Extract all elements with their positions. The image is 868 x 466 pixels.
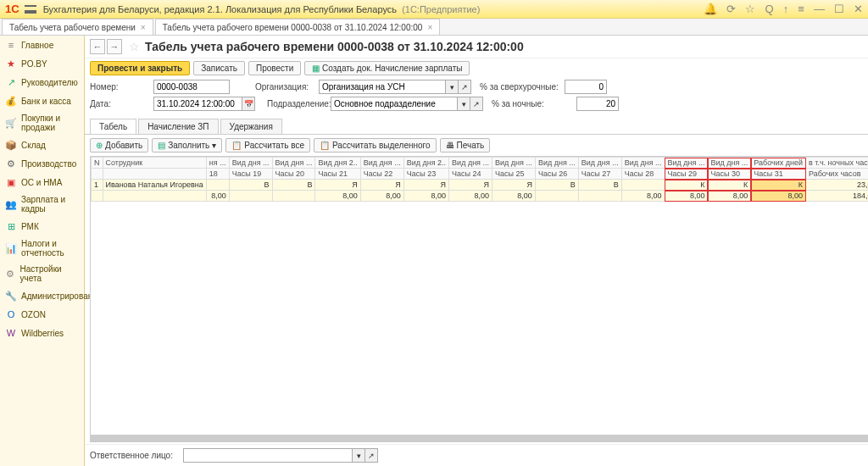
close-icon[interactable]: × <box>427 23 432 32</box>
column-header[interactable]: N <box>92 158 103 169</box>
table-cell[interactable]: Я <box>360 180 403 191</box>
table-cell[interactable]: Я <box>449 180 492 191</box>
tab-timesheet-list[interactable]: Табель учета рабочего времени× <box>2 19 153 35</box>
table-cell[interactable]: Я <box>492 180 536 191</box>
calendar-icon[interactable]: 📅 <box>242 97 255 111</box>
sidebar-item-8[interactable]: 👥Зарплата и кадры <box>0 191 84 217</box>
column-header[interactable]: Вид дня ... <box>535 158 578 169</box>
dropdown-icon[interactable]: ▾ <box>446 80 459 94</box>
print-button[interactable]: 🖶Печать <box>440 138 491 153</box>
close-icon[interactable]: × <box>141 23 146 32</box>
column-header[interactable]: Часы 30 <box>708 169 751 180</box>
sidebar-item-11[interactable]: ⚙Настройки учета <box>0 261 84 286</box>
bell-icon[interactable]: 🔔 <box>704 3 717 15</box>
table-cell[interactable]: К <box>665 180 708 191</box>
column-header[interactable]: Часы 27 <box>578 169 621 180</box>
horizontal-scrollbar[interactable] <box>90 435 868 442</box>
settings-icon[interactable]: ≡ <box>798 3 804 15</box>
table-cell[interactable]: 1 <box>92 180 103 191</box>
search-icon[interactable]: Q <box>765 3 773 15</box>
back-button[interactable]: ← <box>90 39 105 54</box>
table-cell[interactable]: 8,00 <box>315 191 360 202</box>
table-cell[interactable]: В <box>535 180 578 191</box>
table-cell[interactable]: В <box>272 180 315 191</box>
org-field[interactable] <box>319 80 446 94</box>
sidebar-item-5[interactable]: 📦Склад <box>0 136 84 154</box>
table-cell[interactable]: К <box>751 180 806 191</box>
table-cell[interactable] <box>621 180 665 191</box>
sidebar-item-13[interactable]: OOZON <box>0 305 84 324</box>
table-cell[interactable] <box>229 191 272 202</box>
menu-icon[interactable] <box>25 5 36 14</box>
table-cell[interactable]: 8,00 <box>360 191 403 202</box>
column-header[interactable] <box>92 169 103 180</box>
table-cell[interactable]: В <box>578 180 621 191</box>
sidebar-item-14[interactable]: WWildberries <box>0 324 84 342</box>
column-header[interactable]: Часы 19 <box>229 169 272 180</box>
tab-accrual[interactable]: Начисление ЗП <box>138 119 218 134</box>
table-cell[interactable]: 8,00 <box>751 191 806 202</box>
post-and-close-button[interactable]: Провести и закрыть <box>90 61 190 75</box>
column-header[interactable]: Часы 25 <box>492 169 536 180</box>
column-header[interactable]: Часы 28 <box>621 169 665 180</box>
column-header[interactable]: Часы 23 <box>403 169 448 180</box>
table-cell[interactable] <box>206 180 229 191</box>
responsible-field[interactable] <box>183 448 353 463</box>
sidebar-item-3[interactable]: 💰Банк и касса <box>0 92 84 110</box>
table-cell[interactable]: 8,00 <box>665 191 708 202</box>
column-header[interactable]: Вид дня ... <box>272 158 315 169</box>
minimize-icon[interactable]: — <box>814 3 825 15</box>
recalc-selected-button[interactable]: 📋Рассчитать выделенного <box>314 138 437 153</box>
table-cell[interactable]: 8,00 <box>206 191 229 202</box>
tab-timesheet[interactable]: Табель <box>90 119 136 134</box>
create-payroll-button[interactable]: ▦ Создать док. Начисление зарплаты <box>304 61 470 75</box>
table-cell[interactable]: 8,00 <box>492 191 536 202</box>
star-icon[interactable]: ☆ <box>745 3 755 15</box>
dropdown-icon[interactable]: ▾ <box>458 97 470 111</box>
column-header[interactable]: Рабочих дней <box>751 158 806 169</box>
table-cell[interactable]: К <box>708 180 751 191</box>
table-cell[interactable]: Иванова Наталья Игоревна <box>103 180 206 191</box>
sidebar-item-1[interactable]: ★PO.BY <box>0 54 84 73</box>
open-icon[interactable]: ↗ <box>365 448 378 463</box>
sidebar-item-0[interactable]: ≡Главное <box>0 36 84 54</box>
open-icon[interactable]: ↗ <box>470 97 483 111</box>
history-icon[interactable]: ⟳ <box>726 3 736 15</box>
column-header[interactable]: Рабочих часов <box>806 169 869 180</box>
date-field[interactable] <box>153 97 242 111</box>
forward-button[interactable]: → <box>107 39 122 54</box>
column-header[interactable]: Вид дня 2.. <box>315 158 360 169</box>
column-header[interactable]: Часы 22 <box>360 169 403 180</box>
table-cell[interactable]: 23,00 <box>806 180 869 191</box>
close-icon[interactable]: ✕ <box>854 3 863 15</box>
open-icon[interactable]: ↗ <box>459 80 471 94</box>
column-header[interactable]: Часы 24 <box>449 169 492 180</box>
favorite-icon[interactable]: ☆ <box>129 40 140 53</box>
save-button[interactable]: Записать <box>193 61 245 75</box>
tab-timesheet-doc[interactable]: Табель учета рабочего времени 0000-0038 … <box>155 19 441 35</box>
table-cell[interactable]: 8,00 <box>708 191 751 202</box>
maximize-icon[interactable]: ☐ <box>834 3 844 15</box>
column-header[interactable]: Вид дня ... <box>449 158 492 169</box>
post-button[interactable]: Провести <box>248 61 301 75</box>
sidebar-item-12[interactable]: 🔧Администрирование <box>0 286 84 305</box>
column-header[interactable]: Сотрудник <box>103 158 206 169</box>
column-header[interactable]: Часы 31 <box>751 169 806 180</box>
column-header[interactable]: Вид дня ... <box>708 158 751 169</box>
sidebar-item-7[interactable]: ▣ОС и НМА <box>0 173 84 191</box>
timesheet-table[interactable]: NСотрудникня ...Вид дня ...Вид дня ...Ви… <box>91 157 868 202</box>
night-field[interactable] <box>576 97 619 111</box>
column-header[interactable]: 18 <box>206 169 229 180</box>
table-cell[interactable]: 184,00 <box>806 191 869 202</box>
column-header[interactable]: Вид дня ... <box>229 158 272 169</box>
recalc-all-button[interactable]: 📋Рассчитать все <box>225 138 310 153</box>
table-cell[interactable]: Я <box>315 180 360 191</box>
table-cell[interactable] <box>535 191 578 202</box>
column-header[interactable]: Вид дня ... <box>621 158 665 169</box>
column-header[interactable]: Вид дня ... <box>360 158 403 169</box>
add-button[interactable]: ⊕Добавить <box>90 138 148 153</box>
column-header[interactable]: Вид дня ... <box>665 158 708 169</box>
table-cell[interactable] <box>103 191 206 202</box>
column-header[interactable] <box>103 169 206 180</box>
table-cell[interactable] <box>578 191 621 202</box>
